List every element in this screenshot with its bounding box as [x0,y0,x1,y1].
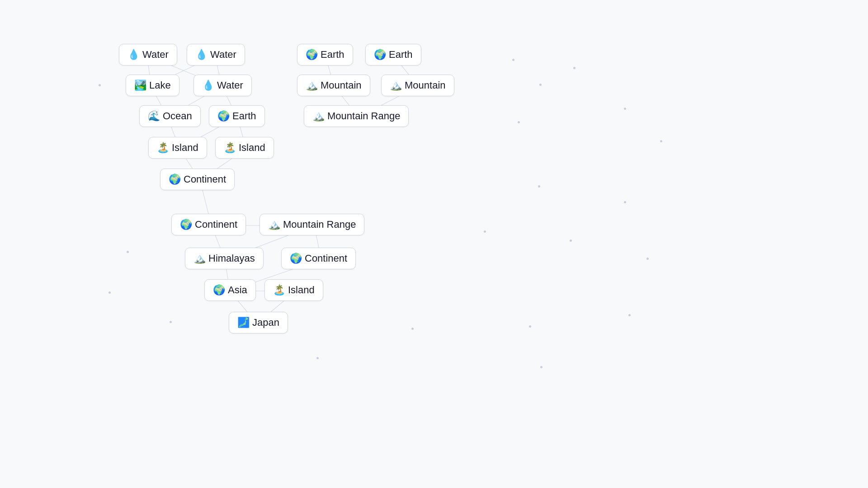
node-earth3[interactable]: 🌍Earth [209,105,265,127]
node-earth2[interactable]: 🌍Earth [365,44,421,66]
node-himalayas1[interactable]: 🏔️Himalayas [185,248,264,269]
decorative-dot-6 [660,140,662,142]
node-emoji-earth3: 🌍 [217,111,230,121]
node-emoji-mountainrange1: 🏔️ [312,111,325,121]
node-emoji-island3: 🏝️ [273,285,285,295]
decorative-dot-9 [484,230,486,233]
decorative-dot-13 [108,291,111,294]
node-emoji-asia1: 🌍 [213,285,225,295]
node-emoji-water2: 💧 [195,50,208,60]
node-island2[interactable]: 🏝️Island [215,137,274,159]
node-mountainrange1[interactable]: 🏔️Mountain Range [304,105,409,127]
node-label-lake1: Lake [149,80,171,91]
node-continent2[interactable]: 🌍Continent [171,214,246,235]
node-earth1[interactable]: 🌍Earth [297,44,353,66]
decorative-dot-10 [570,239,572,242]
node-mountainrange2[interactable]: 🏔️Mountain Range [259,214,364,235]
node-emoji-earth2: 🌍 [374,50,386,60]
decorative-dot-4 [624,108,626,110]
node-label-mountain2: Mountain [405,80,446,91]
node-label-earth3: Earth [232,110,256,122]
node-label-ocean1: Ocean [163,110,192,122]
node-mountain2[interactable]: 🏔️Mountain [381,75,454,96]
node-asia1[interactable]: 🌍Asia [204,279,256,301]
node-label-continent2: Continent [195,219,237,230]
node-label-mountainrange2: Mountain Range [283,219,356,230]
node-island1[interactable]: 🏝️Island [148,137,207,159]
decorative-dot-0 [99,84,101,86]
node-emoji-island2: 🏝️ [224,143,236,153]
node-ocean1[interactable]: 🌊Ocean [139,105,201,127]
node-emoji-mountain2: 🏔️ [390,80,402,90]
node-continent3[interactable]: 🌍Continent [281,248,356,269]
node-label-island3: Island [288,284,315,296]
node-emoji-himalayas1: 🏔️ [193,253,206,263]
node-water2[interactable]: 💧Water [187,44,245,66]
decorative-dot-3 [573,67,576,69]
node-label-japan1: Japan [252,317,279,328]
decorative-dot-19 [540,366,542,368]
decorative-dot-8 [624,201,626,203]
node-label-water3: Water [217,80,243,91]
decorative-dot-5 [518,121,520,123]
node-water1[interactable]: 💧Water [119,44,177,66]
decorative-dot-16 [316,357,319,359]
node-label-earth1: Earth [321,49,344,61]
node-label-mountain1: Mountain [321,80,362,91]
decorative-dot-2 [539,84,542,86]
node-emoji-continent2: 🌍 [180,220,192,230]
node-label-water1: Water [142,49,169,61]
node-label-mountainrange1: Mountain Range [327,110,400,122]
node-emoji-mountainrange2: 🏔️ [268,220,280,230]
node-label-himalayas1: Himalayas [208,253,255,264]
decorative-dot-1 [512,59,514,61]
node-emoji-island1: 🏝️ [157,143,169,153]
decorative-dot-7 [538,185,540,188]
decorative-dot-17 [529,325,531,328]
node-island3[interactable]: 🏝️Island [264,279,323,301]
decorative-dot-11 [127,251,129,253]
decorative-dot-15 [411,328,414,330]
node-label-island2: Island [239,142,265,154]
node-emoji-water3: 💧 [202,80,214,90]
node-mountain1[interactable]: 🏔️Mountain [297,75,370,96]
node-emoji-earth1: 🌍 [306,50,318,60]
node-emoji-mountain1: 🏔️ [306,80,318,90]
node-emoji-continent3: 🌍 [290,253,302,263]
node-label-water2: Water [210,49,236,61]
connection-lines [0,0,868,488]
node-emoji-continent1: 🌍 [169,174,181,184]
node-label-continent3: Continent [305,253,347,264]
node-label-island1: Island [172,142,198,154]
node-lake1[interactable]: 🏞️Lake [126,75,179,96]
node-label-earth2: Earth [389,49,413,61]
canvas: 💧Water💧Water🌍Earth🌍Earth🏞️Lake💧Water🏔️Mo… [0,0,868,488]
node-emoji-ocean1: 🌊 [148,111,160,121]
node-japan1[interactable]: 🗾Japan [229,312,288,333]
node-continent1[interactable]: 🌍Continent [160,169,235,190]
decorative-dot-12 [646,258,649,260]
decorative-dot-14 [170,321,172,323]
node-emoji-water1: 💧 [127,50,140,60]
node-emoji-japan1: 🗾 [237,318,250,328]
node-water3[interactable]: 💧Water [193,75,252,96]
node-label-continent1: Continent [184,174,226,185]
node-emoji-lake1: 🏞️ [134,80,146,90]
node-label-asia1: Asia [228,284,247,296]
decorative-dot-18 [628,314,631,316]
